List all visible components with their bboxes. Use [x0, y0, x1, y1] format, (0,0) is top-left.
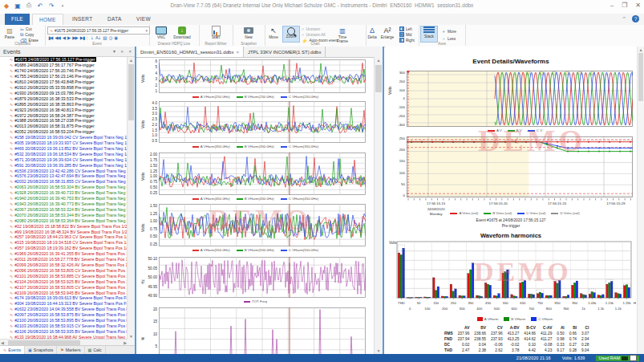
center-vertical-scrollbar[interactable]: ▲ ▼: [374, 57, 383, 354]
dock-tab-calc[interactable]: ▦Calc: [85, 346, 106, 354]
print-icon[interactable]: ⎙: [25, 2, 33, 10]
tab-home[interactable]: HOME: [32, 14, 63, 26]
event-row[interactable]: ∿#1879 26/08/2020 16:38:33.533 Pre-trigg…: [0, 96, 128, 101]
align-mid-button[interactable]: ◫Mid: [399, 32, 411, 37]
tab-document-1[interactable]: Dimitri_EN50160_HDMW1_session31.ddbx ×: [136, 47, 244, 57]
right-vertical-scrollbar[interactable]: ▲: [637, 47, 644, 354]
move-button[interactable]: ↖ Move: [265, 26, 282, 39]
event-row[interactable]: ∿#2109 26/08/2020 16:58:53.945 BV Severe…: [0, 290, 128, 295]
event-row[interactable]: ∿#1910 26/08/2020 05:33:59.898 Pre-trigg…: [0, 85, 128, 91]
event-row[interactable]: ∿#2063 26/08/2020 16:58:53.304 BV Severe…: [0, 185, 128, 190]
event-row[interactable]: ∿#1988 26/08/2020 16:58:27.038 Pre-trigg…: [0, 118, 128, 124]
event-row[interactable]: ∿#315 19/08/2020 18:19:34.518 CV Severe …: [0, 240, 128, 246]
event-row[interactable]: ∿#1930 26/08/2020 09:15:03.786 Pre-trigg…: [0, 90, 128, 96]
next-event-button[interactable]: ▶: [67, 35, 70, 40]
first-event-button[interactable]: ▮◀: [48, 35, 52, 40]
event-row[interactable]: ∿#2070 26/08/2020 16:58:53.344 BV Severe…: [0, 212, 128, 218]
axes-more-button[interactable]: ＋More: [441, 28, 456, 35]
event-row[interactable]: ∿#2067 26/08/2020 16:58:53.324 BV Severe…: [0, 206, 128, 212]
event-row[interactable]: ∿#1686 24/08/2020 17:56:17.767 Pre-trigg…: [0, 63, 128, 68]
event-row[interactable]: ∿#1972 26/08/2020 16:58:24.387 Pre-trigg…: [0, 112, 128, 118]
event-row[interactable]: ∿#2100 26/08/2020 16:58:53.895 BV Severe…: [0, 318, 128, 323]
event-row[interactable]: ∿#2097 26/08/2020 16:58:53.875 BV Severe…: [0, 312, 128, 318]
event-row[interactable]: ∿#1576 23/08/2020 13:42:47.694 BV Severe…: [0, 173, 128, 179]
close-button[interactable]: ✕: [635, 2, 641, 9]
redo-icon[interactable]: ↷: [47, 2, 55, 10]
event-row[interactable]: ∿#1755 24/08/2020 17:56:23.146 Pre-trigg…: [0, 74, 128, 79]
dock-tab-markers[interactable]: ⚑Markers: [57, 346, 84, 354]
event-row[interactable]: ∿#2107 26/08/2020 16:58:53.805 CV Severe…: [0, 284, 128, 290]
rms-chart[interactable]: [407, 136, 633, 197]
tab-close-icon[interactable]: ×: [236, 50, 239, 55]
event-row[interactable]: ∿#257 19/08/2020 18:44:23.963 CV Severe …: [0, 234, 128, 240]
unzoom-all-button[interactable]: ⌕Unzoom All: [302, 32, 326, 38]
stacked-charts[interactable]: Volts654321A VHarm(250.0Hz)B VHarm(250.0…: [136, 57, 375, 354]
event-row[interactable]: ∿#1943 26/08/2020 16:39:40.773 BV Severe…: [0, 201, 128, 207]
tab-document-2[interactable]: JTPL 33KV INCOMER(1 ST).ddbx: [244, 47, 326, 57]
event-row[interactable]: ∿#1740 24/08/2020 17:56:20.746 Pre-trigg…: [0, 68, 128, 74]
prev-page-button[interactable]: ◀◀: [55, 35, 59, 40]
save-icon[interactable]: ▣: [14, 2, 22, 10]
tab-data[interactable]: DATA: [101, 14, 128, 25]
harmonics-chart[interactable]: VoltsTHD05010015020025030035040045050055…: [389, 240, 636, 317]
time-frame-button[interactable]: ▥ Time Frame: [335, 26, 350, 43]
dock-tab-snapshots[interactable]: ▣Snapshots: [25, 346, 57, 354]
event-row[interactable]: ∿#2099 26/08/2020 16:58:32.426 AV Severe…: [0, 262, 128, 268]
chart-plot[interactable]: [159, 101, 366, 143]
tab-view[interactable]: VIEW: [130, 14, 157, 25]
restore-button[interactable]: ❐: [622, 2, 627, 9]
event-row[interactable]: ∿#2080 26/08/2020 16:58:53.364 BV Severe…: [0, 218, 128, 223]
event-row[interactable]: ∿#2103 26/08/2020 16:58:53.915 CV Severe…: [0, 323, 128, 329]
event-row[interactable]: ∿#469 20/08/2020 19:36:13.852 BV Severe …: [0, 146, 128, 152]
scroll-up-icon[interactable]: ▲: [128, 57, 135, 63]
chart-plot[interactable]: [159, 59, 366, 93]
report-start-button[interactable]: Start: [207, 26, 225, 39]
chart-plot[interactable]: [159, 153, 366, 195]
event-row[interactable]: ∿#2013 26/08/2020 16:58:31.875 Pre-trigg…: [0, 124, 128, 129]
scroll-up-icon[interactable]: ▲: [638, 47, 644, 53]
event-row[interactable]: ∿#99 19/08/2020 16:38:48.324 BV Severe B…: [0, 229, 128, 234]
unzoom-button[interactable]: ⌕Unzoom: [302, 26, 320, 32]
vnc-button[interactable]: VNC: [152, 26, 170, 39]
panel-menu-icon[interactable]: ▾: [113, 47, 115, 57]
event-row[interactable]: ∿#1632 23/08/2020 14:04:39.558 BV Severe…: [0, 307, 128, 312]
ram-handle[interactable]: [630, 355, 637, 361]
event-row[interactable]: ∿#174 19/08/2020 16:39:09.613 BV Severe …: [0, 295, 128, 301]
event-row[interactable]: ∿#1940 26/08/2020 16:39:40.753 BV Severe…: [0, 196, 128, 201]
events-vertical-scrollbar[interactable]: ▲ ▼: [127, 57, 135, 340]
tab-insert[interactable]: INSERT: [66, 14, 99, 25]
sort-icon[interactable]: ⇣: [90, 35, 93, 40]
dock-tab-events[interactable]: ∿Events: [0, 346, 25, 354]
event-row[interactable]: ∿#2052 26/08/2020 16:58:53.204 Pre-trigg…: [0, 129, 128, 135]
waveform-chart[interactable]: [407, 71, 633, 127]
event-row[interactable]: ∿#571 20/08/2020 19:36:39.634 CV Severe …: [0, 157, 128, 162]
prev-event-button[interactable]: ◀: [63, 35, 65, 40]
chart-plot[interactable]: [159, 204, 366, 246]
align-left-button[interactable]: ◧Left: [399, 26, 412, 31]
undo-icon[interactable]: ↶: [36, 2, 44, 10]
event-row[interactable]: ∿#32 19/08/2020 15:18:58.822 BV Severe B…: [0, 223, 128, 229]
event-row[interactable]: ∿#2106 26/08/2020 16:58:53.935 BV Severe…: [0, 328, 128, 334]
scroll-down-icon[interactable]: ▼: [375, 348, 383, 354]
event-row[interactable]: ∿#1675 24/08/2020 17:56:15.127 Pre-trigg…: [0, 57, 128, 63]
scroll-down-icon[interactable]: ▼: [128, 333, 135, 340]
enlarge-button[interactable]: A² Enlarge: [379, 26, 395, 39]
align-right-button[interactable]: ◨Right: [399, 38, 415, 43]
chart-plot[interactable]: [159, 257, 366, 298]
last-event-button[interactable]: ▶▮: [80, 35, 84, 40]
help-icon[interactable]: ?: [632, 15, 639, 22]
minimize-button[interactable]: –: [610, 2, 614, 9]
event-row[interactable]: ∿#158 19/08/2020 16:39:09.042 CV Severe …: [0, 135, 128, 140]
event-row[interactable]: ∿#304 19/08/2020 16:44:19.313 BV Severe …: [0, 301, 128, 307]
event-row[interactable]: ∿#2032 26/08/2020 16:58:31.855 CV Severe…: [0, 179, 128, 185]
grid-icon[interactable]: ▤: [103, 35, 106, 40]
find-icon[interactable]: ◉: [114, 35, 117, 40]
event-row[interactable]: ∿#1895 26/08/2020 16:38:35.863 Pre-trigg…: [0, 101, 128, 107]
next-page-button[interactable]: ▶▶: [72, 35, 77, 40]
event-row[interactable]: ∿#357 19/08/2020 18:19:39.162 BV Severe …: [0, 246, 128, 251]
event-row[interactable]: ∿#1969 26/08/2020 16:39:41.355 BV Severe…: [0, 251, 128, 257]
event-row[interactable]: ∿#1536 23/08/2020 13:42:42.286 CV Severe…: [0, 168, 128, 173]
cut-button[interactable]: ✂Cut: [20, 26, 32, 32]
scroll-up-icon[interactable]: ▲: [375, 57, 383, 63]
event-row[interactable]: ∿#591 20/08/2020 19:36:39.285 BV Severe …: [0, 162, 128, 168]
